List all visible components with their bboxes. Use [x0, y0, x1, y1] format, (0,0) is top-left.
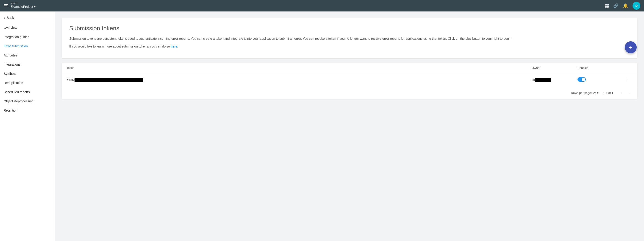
sidebar: ‹ Back Overview Integration guides Error… [0, 12, 55, 241]
grid-view-icon[interactable] [605, 4, 609, 8]
sidebar-item-integrations[interactable]: Integrations [0, 60, 55, 69]
info-card: Submission tokens Submission tokens are … [62, 18, 637, 58]
chevron-down-icon: ▾ [597, 91, 598, 95]
page-layout: ‹ Back Overview Integration guides Error… [0, 12, 644, 241]
main-content: Submission tokens Submission tokens are … [55, 12, 644, 241]
user-avatar[interactable]: D [632, 2, 640, 10]
owner-prefix: do [532, 78, 535, 82]
sidebar-item-scheduled-reports[interactable]: Scheduled reports [0, 87, 55, 97]
actions-cell: ⋮ [623, 76, 632, 84]
sidebar-item-symbols[interactable]: Symbols ⌄ [0, 69, 55, 78]
more-actions-button[interactable]: ⋮ [623, 76, 631, 84]
tokens-table-card: Token Owner Enabled 74cb2 do [62, 63, 637, 99]
link-icon[interactable]: 🔗 [613, 3, 618, 8]
header-left: project ExampleProject ▾ [4, 2, 36, 9]
pagination-next-button[interactable]: › [626, 90, 632, 96]
here-link[interactable]: here [171, 45, 177, 48]
pagination-prev-button[interactable]: ‹ [618, 90, 624, 96]
sidebar-back-button[interactable]: ‹ Back [0, 13, 55, 22]
table-row: 74cb2 do ⋮ [62, 73, 637, 87]
pagination-bar: Rows per page: 25 ▾ 1-1 of 1 ‹ › [62, 87, 637, 99]
sidebar-item-integration-guides[interactable]: Integration guides [0, 32, 55, 42]
chevron-down-icon: ▾ [34, 5, 36, 9]
owner-redacted-value [535, 78, 551, 82]
rows-per-page: Rows per page: 25 ▾ [571, 91, 598, 95]
project-label: project [10, 2, 36, 5]
page-description-1: Submission tokens are persistent tokens … [69, 36, 630, 41]
add-token-fab[interactable]: + [625, 41, 637, 53]
pagination-info: 1-1 of 1 [603, 91, 613, 95]
enabled-cell [578, 77, 623, 82]
toggle-thumb [582, 78, 585, 81]
notifications-icon[interactable]: 🔔 [623, 3, 628, 8]
page-description-2: If you would like to learn more about su… [69, 44, 630, 49]
header-right: 🔗 🔔 D [605, 2, 640, 10]
owner-cell: do [532, 78, 578, 82]
sidebar-item-deduplication[interactable]: Deduplication [0, 78, 55, 87]
token-cell: 74cb2 [66, 78, 532, 82]
sidebar-item-object-reprocessing[interactable]: Object Reprocessing [0, 97, 55, 106]
project-name: ExampleProject ▾ [10, 5, 36, 9]
column-header-enabled: Enabled [578, 66, 623, 70]
sidebar-item-retention[interactable]: Retention [0, 106, 55, 115]
sidebar-item-error-submission[interactable]: Error submission [0, 42, 55, 51]
token-redacted-value [74, 78, 143, 82]
back-arrow-icon: ‹ [4, 16, 5, 20]
page-title: Submission tokens [69, 25, 630, 32]
toggle-track [578, 77, 586, 82]
sidebar-item-overview[interactable]: Overview [0, 23, 55, 32]
chevron-down-icon: ⌄ [49, 72, 51, 75]
rows-per-page-label: Rows per page: [571, 91, 592, 95]
app-header: project ExampleProject ▾ 🔗 🔔 D [0, 0, 644, 12]
column-header-owner: Owner [532, 66, 578, 70]
token-prefix: 74cb2 [66, 78, 74, 82]
enabled-toggle[interactable] [578, 77, 586, 82]
pagination-nav: ‹ › [618, 90, 632, 96]
back-label: Back [7, 16, 14, 20]
column-header-token: Token [66, 66, 532, 70]
app-logo[interactable] [4, 4, 8, 7]
sidebar-item-attributes[interactable]: Attributes [0, 51, 55, 60]
project-selector[interactable]: project ExampleProject ▾ [10, 2, 36, 9]
rows-per-page-select[interactable]: 25 ▾ [593, 91, 598, 95]
table-header: Token Owner Enabled [62, 63, 637, 73]
